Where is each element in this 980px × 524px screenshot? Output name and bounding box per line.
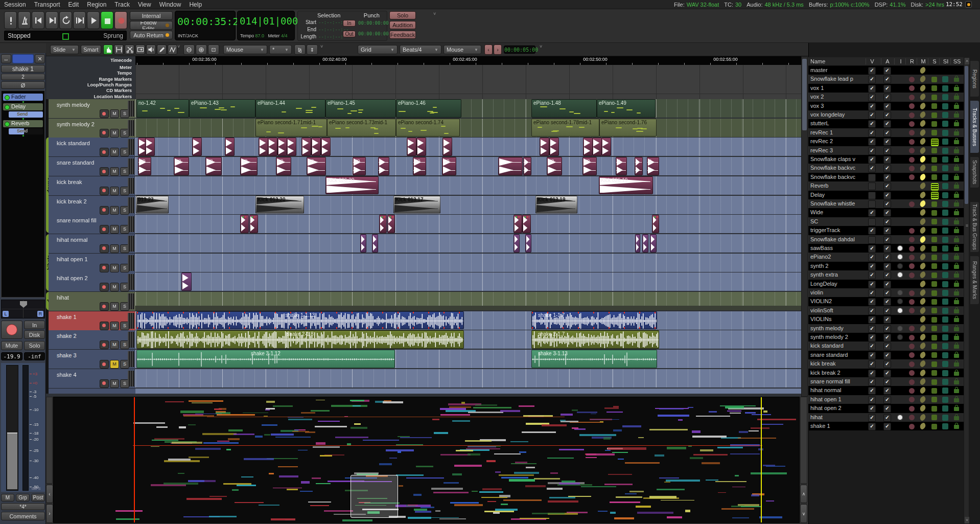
solo-safe-lock-icon[interactable] xyxy=(954,416,959,420)
solo-isolate-icon[interactable] xyxy=(942,192,948,198)
record-arm-button[interactable] xyxy=(1,321,22,339)
track-lane-hihat-open-2[interactable] xyxy=(135,272,801,291)
mute-icon[interactable] xyxy=(919,307,927,314)
track-rec-arm-button[interactable] xyxy=(100,283,109,291)
solo-icon[interactable] xyxy=(931,388,937,394)
editor-vscroll[interactable] xyxy=(801,56,808,397)
active-checkbox[interactable]: ✓ xyxy=(883,307,891,315)
solo-icon[interactable] xyxy=(931,192,939,199)
visible-checkbox[interactable]: ✓ xyxy=(868,254,876,261)
solo-icon[interactable] xyxy=(931,219,937,224)
region-sn[interactable]: sn xyxy=(276,157,291,175)
rec-enable-icon[interactable] xyxy=(909,77,915,82)
track-header-snare-normal-fill[interactable]: snare normal fillMS xyxy=(49,215,135,234)
summary-scroll-left2-button[interactable]: › xyxy=(46,504,53,523)
nudge-expander-icon[interactable]: ˅ xyxy=(540,44,542,49)
active-checkbox[interactable]: ✓ xyxy=(883,103,891,110)
active-checkbox[interactable]: ✓ xyxy=(883,263,891,270)
strip-solo-button[interactable]: Solo xyxy=(24,341,45,350)
rec-enable-icon[interactable] xyxy=(909,388,915,394)
region-Kick-026-19[interactable]: Kick 026.19 xyxy=(599,176,653,195)
region-shake-2-1-7[interactable]: shake 2-1.7 xyxy=(531,330,659,349)
visible-checkbox[interactable]: ✓ xyxy=(868,85,876,93)
track-lane-synth-melody[interactable]: no-1.42ePiano-1.43ePiano-1.44ePiano-1.45… xyxy=(135,99,801,118)
primary-clock[interactable]: 00:00:35:25 INT/JACK xyxy=(175,11,236,40)
solo-icon[interactable] xyxy=(931,424,937,429)
solo-isolate-icon[interactable] xyxy=(942,352,948,358)
active-checkbox[interactable]: ✓ xyxy=(883,200,891,208)
active-checkbox[interactable]: ✓ xyxy=(883,174,891,181)
track-mute-button[interactable]: M xyxy=(110,148,119,156)
region[interactable] xyxy=(514,215,522,233)
solo-icon[interactable] xyxy=(931,174,937,180)
track-header-hihat-open-2[interactable]: hihat open 2MS xyxy=(49,272,135,292)
track-resize-grip[interactable] xyxy=(128,293,134,309)
rec-enable-icon[interactable] xyxy=(909,406,915,412)
active-checkbox[interactable]: ✓ xyxy=(883,183,891,190)
midi-input-icon[interactable] xyxy=(897,308,903,313)
track-lane-snare-normal-fill[interactable] xyxy=(135,215,801,234)
shrink-tracks-button[interactable]: ⧎ xyxy=(294,44,306,55)
region-ePiano-second-1-71mid-1[interactable]: ePiano second-1.71mid-1 xyxy=(255,119,327,137)
tracklist-row-synth-melody[interactable]: synth melody✓✓ xyxy=(808,324,964,333)
summary-view-rect[interactable] xyxy=(351,475,398,518)
visible-checkbox[interactable]: ✓ xyxy=(868,263,876,270)
mute-icon[interactable] xyxy=(919,173,927,181)
solo-isolate-icon[interactable] xyxy=(942,397,948,403)
tracklist-row-Snowflake-lead-p[interactable]: Snowflake lead p✓✓ xyxy=(808,75,964,83)
solo-safe-lock-icon[interactable] xyxy=(954,220,959,224)
solo-safe-lock-icon[interactable] xyxy=(954,202,959,207)
processor-led-icon[interactable] xyxy=(5,105,10,110)
go-start-button[interactable] xyxy=(32,11,44,29)
solo-safe-lock-icon[interactable] xyxy=(954,372,959,376)
track-lane-hihat-normal[interactable] xyxy=(135,234,801,253)
feedback-button[interactable]: Feedback xyxy=(389,31,416,39)
track-rec-arm-button[interactable] xyxy=(100,225,109,234)
solo-icon[interactable] xyxy=(931,263,937,269)
solo-isolate-icon[interactable] xyxy=(942,219,948,225)
visible-checkbox[interactable] xyxy=(868,218,876,226)
mute-icon[interactable] xyxy=(919,253,927,261)
clock-source[interactable]: INT/JACK xyxy=(178,33,198,38)
active-checkbox[interactable]: ✓ xyxy=(883,218,891,226)
region[interactable] xyxy=(592,138,602,156)
visible-checkbox[interactable]: ✓ xyxy=(868,76,876,83)
region[interactable] xyxy=(277,138,287,156)
track-header-hihat-open-1[interactable]: hihat open 1MS xyxy=(49,254,135,273)
active-checkbox[interactable]: ✓ xyxy=(883,378,891,386)
visible-checkbox[interactable]: ✓ xyxy=(868,307,876,315)
record-button[interactable] xyxy=(114,11,127,29)
region[interactable] xyxy=(240,215,249,233)
active-checkbox[interactable]: ✓ xyxy=(883,281,891,288)
midi-input-icon[interactable] xyxy=(897,290,903,295)
solo-icon[interactable] xyxy=(931,290,937,296)
solo-icon[interactable] xyxy=(931,344,937,349)
active-checkbox[interactable]: ✓ xyxy=(883,94,891,101)
track-resize-grip[interactable] xyxy=(128,120,134,136)
track-mute-button[interactable]: M xyxy=(110,129,119,138)
midi-input-icon[interactable] xyxy=(897,326,903,331)
rec-enable-icon[interactable] xyxy=(909,139,915,145)
track-rec-arm-button[interactable] xyxy=(100,187,109,195)
visible-checkbox[interactable]: ✓ xyxy=(868,298,876,306)
gain-fader[interactable] xyxy=(6,365,18,491)
track-rec-arm-button[interactable] xyxy=(100,167,109,176)
track-resize-grip[interactable] xyxy=(128,101,134,117)
region[interactable] xyxy=(522,215,531,233)
summary-scroll-down-button[interactable]: ∨ xyxy=(800,504,807,523)
track-header-snare-standard[interactable]: snare standardMS xyxy=(49,157,135,176)
punch-out-time[interactable]: 00:00:00:00 xyxy=(358,31,389,36)
solo-safe-lock-icon[interactable] xyxy=(954,425,959,429)
solo-safe-lock-icon[interactable] xyxy=(954,309,959,313)
tracklist-row-snare-standard[interactable]: snare standard✓✓ xyxy=(808,351,964,359)
region-ePiano-second-1-73mid-1[interactable]: ePiano second-1.73mid-1 xyxy=(327,119,396,137)
rec-enable-icon[interactable] xyxy=(909,255,915,260)
nudge-back-button[interactable]: ‹ xyxy=(484,44,493,55)
rec-enable-icon[interactable] xyxy=(909,263,915,269)
region[interactable] xyxy=(549,138,559,156)
visible-checkbox[interactable]: ✓ xyxy=(868,414,876,422)
track-resize-grip[interactable] xyxy=(128,313,134,329)
track-resize-grip[interactable] xyxy=(128,178,134,194)
tracklist-row-hihat-open-2[interactable]: hihat open 2✓✓ xyxy=(808,404,964,413)
active-checkbox[interactable]: ✓ xyxy=(883,289,891,297)
